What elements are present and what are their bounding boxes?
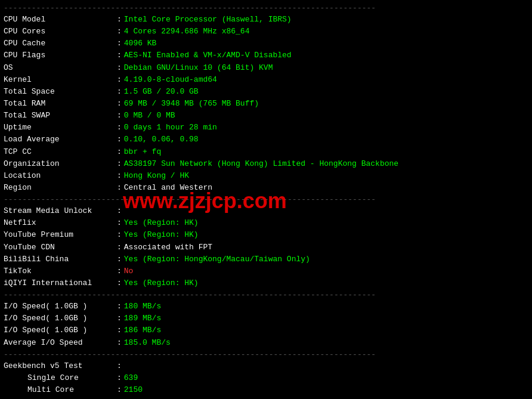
divider-3: ----------------------------------------…: [4, 290, 528, 299]
netflix-colon: :: [117, 217, 122, 229]
youtube-cdn-label: YouTube CDN: [4, 242, 117, 253]
load-avg-row: Load Average : 0.10, 0.06, 0.98: [4, 134, 528, 146]
tiktok-colon: :: [117, 265, 122, 277]
single-core-row: Single Core : 639: [4, 372, 528, 384]
avg-io-colon: :: [117, 337, 122, 349]
iqiyi-row: iQIYI International : Yes (Region: HK): [4, 277, 528, 289]
uptime-row: Uptime : 0 days 1 hour 28 min: [4, 122, 528, 134]
tcp-cc-value: bbr + fq: [124, 146, 161, 158]
location-row: Location : Hong Kong / HK: [4, 170, 528, 182]
system-info-section: CPU Model : Intel Core Processor (Haswel…: [4, 14, 528, 194]
total-ram-colon: :: [117, 98, 122, 110]
total-swap-label: Total SWAP: [4, 110, 117, 122]
total-space-value: 1.5 GB / 20.0 GB: [124, 86, 199, 98]
divider-4: ----------------------------------------…: [4, 350, 528, 359]
multi-core-colon: :: [117, 384, 122, 396]
geekbench-section: Geekbench v5 Test : Single Core : 639 Mu…: [4, 360, 528, 396]
youtube-prem-label: YouTube Premium: [4, 229, 117, 241]
region-value: Central and Western: [124, 182, 212, 194]
cpu-flags-row: CPU Flags : AES-NI Enabled & VM-x/AMD-V …: [4, 50, 528, 61]
region-colon: :: [117, 182, 122, 194]
total-space-label: Total Space: [4, 86, 117, 98]
io3-row: I/O Speed( 1.0GB ) : 186 MB/s: [4, 324, 528, 336]
tcp-cc-colon: :: [117, 146, 122, 158]
io1-value: 180 MB/s: [124, 301, 161, 313]
single-core-colon: :: [117, 372, 122, 384]
location-label: Location: [4, 170, 117, 182]
multi-core-value: 2150: [124, 384, 143, 396]
total-swap-row: Total SWAP : 0 MB / 0 MB: [4, 110, 528, 122]
youtube-cdn-value: Associated with FPT: [124, 242, 212, 253]
location-colon: :: [117, 170, 122, 182]
region-label: Region: [4, 182, 117, 194]
youtube-prem-row: YouTube Premium : Yes (Region: HK): [4, 229, 528, 241]
uptime-colon: :: [117, 122, 122, 134]
iqiyi-value: Yes (Region: HK): [124, 277, 199, 289]
io2-value: 189 MB/s: [124, 313, 161, 324]
total-swap-value: 0 MB / 0 MB: [124, 110, 175, 122]
youtube-prem-colon: :: [117, 229, 122, 241]
cpu-flags-label: CPU Flags: [4, 50, 117, 61]
os-row: OS : Debian GNU/Linux 10 (64 Bit) KVM: [4, 62, 528, 74]
os-label: OS: [4, 62, 117, 74]
org-colon: :: [117, 158, 122, 170]
netflix-row: Netflix : Yes (Region: HK): [4, 217, 528, 229]
multi-core-row: Multi Core : 2150: [4, 384, 528, 396]
geekbench-colon: :: [117, 360, 122, 372]
youtube-cdn-colon: :: [117, 242, 122, 253]
cpu-cores-colon: :: [117, 26, 122, 38]
stream-label: Stream Media Unlock: [4, 205, 117, 217]
iqiyi-colon: :: [117, 277, 122, 289]
io1-colon: :: [117, 301, 122, 313]
tiktok-row: TikTok : No: [4, 265, 528, 277]
cpu-cores-value: 4 Cores 2294.686 MHz x86_64: [124, 26, 250, 38]
region-row: Region : Central and Western: [4, 182, 528, 194]
single-core-value: 639: [124, 372, 138, 384]
total-ram-value: 69 MB / 3948 MB (765 MB Buff): [124, 98, 259, 110]
uptime-label: Uptime: [4, 122, 117, 134]
total-space-row: Total Space : 1.5 GB / 20.0 GB: [4, 86, 528, 98]
iqiyi-label: iQIYI International: [4, 277, 117, 289]
netflix-label: Netflix: [4, 217, 117, 229]
os-value: Debian GNU/Linux 10 (64 Bit) KVM: [124, 62, 273, 74]
io3-colon: :: [117, 324, 122, 336]
cpu-flags-value: AES-NI Enabled & VM-x/AMD-V Disabled: [124, 50, 292, 61]
io2-colon: :: [117, 313, 122, 324]
stream-colon: :: [117, 205, 122, 217]
tiktok-label: TikTok: [4, 265, 117, 277]
cpu-model-colon: :: [117, 14, 122, 26]
cpu-model-label: CPU Model: [4, 14, 117, 26]
stream-section: Stream Media Unlock : Netflix : Yes (Reg…: [4, 205, 528, 289]
io1-row: I/O Speed( 1.0GB ) : 180 MB/s: [4, 301, 528, 313]
total-ram-row: Total RAM : 69 MB / 3948 MB (765 MB Buff…: [4, 98, 528, 110]
tiktok-value: No: [124, 265, 134, 277]
cpu-model-row: CPU Model : Intel Core Processor (Haswel…: [4, 14, 528, 26]
netflix-value: Yes (Region: HK): [124, 217, 199, 229]
os-colon: :: [117, 62, 122, 74]
location-value: Hong Kong / HK: [124, 170, 189, 182]
uptime-value: 0 days 1 hour 28 min: [124, 122, 217, 134]
youtube-prem-value: Yes (Region: HK): [124, 229, 199, 241]
avg-io-label: Average I/O Speed: [4, 337, 117, 349]
load-avg-label: Load Average: [4, 134, 117, 146]
geekbench-header-row: Geekbench v5 Test :: [4, 360, 528, 372]
kernel-value: 4.19.0-8-cloud-amd64: [124, 74, 217, 86]
cpu-cores-row: CPU Cores : 4 Cores 2294.686 MHz x86_64: [4, 26, 528, 38]
cpu-cache-label: CPU Cache: [4, 38, 117, 50]
io2-label: I/O Speed( 1.0GB ): [4, 313, 117, 324]
cpu-cache-row: CPU Cache : 4096 KB: [4, 38, 528, 50]
single-core-label: Single Core: [4, 372, 117, 384]
total-swap-colon: :: [117, 110, 122, 122]
load-avg-value: 0.10, 0.06, 0.98: [124, 134, 199, 146]
divider-2: ----------------------------------------…: [4, 195, 528, 204]
kernel-label: Kernel: [4, 74, 117, 86]
io3-label: I/O Speed( 1.0GB ): [4, 324, 117, 336]
youtube-cdn-row: YouTube CDN : Associated with FPT: [4, 242, 528, 253]
io3-value: 186 MB/s: [124, 324, 161, 336]
io-section: I/O Speed( 1.0GB ) : 180 MB/s I/O Speed(…: [4, 301, 528, 349]
bilibili-colon: :: [117, 253, 122, 265]
bilibili-value: Yes (Region: HongKong/Macau/Taiwan Only): [124, 253, 310, 265]
tcp-cc-label: TCP CC: [4, 146, 117, 158]
load-avg-colon: :: [117, 134, 122, 146]
org-value: AS38197 Sun Network (Hong Kong) Limited …: [124, 158, 398, 170]
